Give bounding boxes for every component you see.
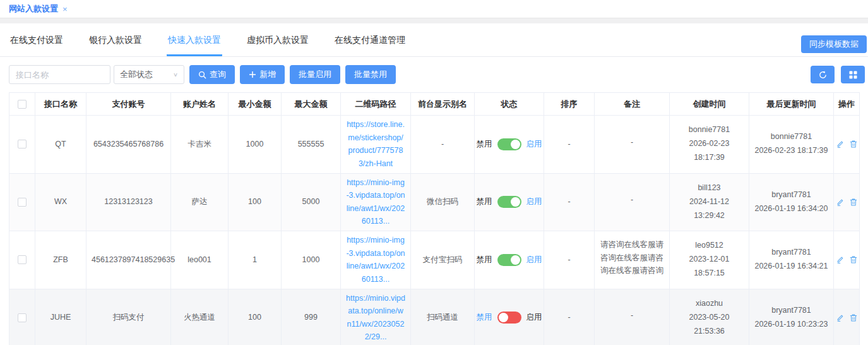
disable-label: 禁用 <box>477 253 492 267</box>
updated-by: bryant7781 <box>754 304 828 318</box>
tab-crypto-deposit-settings[interactable]: 虚拟币入款设置 <box>246 35 310 56</box>
qr-path-cell: https://store.line.me/stickershop/produc… <box>341 116 411 174</box>
created-at: 2026-02-23 18:17:39 <box>675 137 744 165</box>
page-tag[interactable]: 网站入款设置 × <box>9 3 68 15</box>
table-row: WX12313123123萨达1005000https://minio-img-… <box>9 173 860 231</box>
updated-by: bonnie7781 <box>754 130 828 144</box>
status-toggle[interactable] <box>497 138 521 150</box>
delete-icon[interactable] <box>849 313 858 322</box>
min-amount-cell: 100 <box>229 289 282 345</box>
column-settings-button[interactable] <box>841 66 865 83</box>
remark-text: - <box>631 193 633 207</box>
updated-by: bryant7781 <box>754 246 828 260</box>
delete-icon[interactable] <box>849 198 858 207</box>
batch-enable-label: 批量启用 <box>299 69 331 80</box>
delete-icon[interactable] <box>849 255 858 264</box>
remark-cell: - <box>595 116 670 174</box>
enable-label: 启用 <box>526 195 542 209</box>
qr-path-link[interactable]: https://store.line.me/stickershop/produc… <box>346 118 405 171</box>
tab-online-pay-settings[interactable]: 在线支付设置 <box>9 35 64 56</box>
qr-path-link[interactable]: https://minio-img-3.vipdata.top/online/a… <box>346 176 405 229</box>
row-checkbox[interactable] <box>18 198 27 207</box>
created-cell: bill1232024-11-12 13:29:42 <box>670 173 749 231</box>
status-cell: 禁用启用 <box>480 311 538 324</box>
interface-name-input[interactable] <box>9 65 110 84</box>
chevron-down-icon: ∨ <box>173 71 178 78</box>
interface-name-cell: QT <box>35 116 86 174</box>
updated-cell: bryant77812026-01-19 16:34:20 <box>749 173 834 231</box>
status-toggle[interactable] <box>497 196 521 208</box>
qr-path-link[interactable]: https://minio.vipdata.top/online/wn11/wx… <box>346 292 405 344</box>
disable-label: 禁用 <box>477 195 492 209</box>
front-alias-cell: - <box>411 116 475 174</box>
interface-name-cell: JUHE <box>35 289 86 345</box>
edit-icon[interactable] <box>836 140 845 148</box>
background-band <box>0 18 868 23</box>
updated-cell: bryant77812026-01-19 10:23:23 <box>749 289 834 345</box>
actions-cell <box>834 116 860 174</box>
created-cell: bonnie77812026-02-23 18:17:39 <box>670 116 749 174</box>
pay-account-cell: 12313123123 <box>86 173 171 231</box>
status-toggle[interactable] <box>497 254 521 266</box>
pay-account-cell: 扫码支付 <box>86 289 171 345</box>
select-all-checkbox[interactable] <box>18 100 27 109</box>
qr-path-link[interactable]: https://minio-img-3.vipdata.top/online/a… <box>346 234 405 286</box>
qr-path-cell: https://minio-img-3.vipdata.top/online/a… <box>341 231 411 289</box>
delete-icon[interactable] <box>849 140 858 148</box>
status-select[interactable]: 全部状态 ∨ <box>114 65 184 84</box>
status-toggle[interactable] <box>497 312 521 324</box>
tabs-row: 在线支付设置 银行入款设置 快速入款设置 虚拟币入款设置 在线支付通道管理 同步… <box>0 23 868 57</box>
disable-label: 禁用 <box>477 138 492 151</box>
col-min-amount: 最小金额 <box>229 93 282 116</box>
front-alias-cell: 扫码通道 <box>411 289 475 345</box>
close-icon[interactable]: × <box>62 4 68 14</box>
max-amount-cell: 5000 <box>282 173 341 231</box>
min-amount-cell: 1 <box>229 231 282 289</box>
page-tag-bar: 网站入款设置 × <box>0 0 868 18</box>
status-cell-wrap: 禁用启用 <box>475 116 544 174</box>
tab-online-pay-channel-mgmt[interactable]: 在线支付通道管理 <box>333 35 407 56</box>
batch-enable-button[interactable]: 批量启用 <box>290 65 340 84</box>
row-checkbox[interactable] <box>18 313 27 322</box>
row-checkbox[interactable] <box>18 255 27 264</box>
max-amount-cell: 999 <box>282 289 341 345</box>
tab-quick-deposit-settings[interactable]: 快速入款设置 <box>167 35 222 56</box>
status-cell: 禁用启用 <box>480 195 538 209</box>
payment-table: 接口名称 支付账号 账户姓名 最小金额 最大金额 二维码路径 前台显示别名 状态… <box>9 92 859 345</box>
col-updated: 最后更新时间 <box>749 93 834 116</box>
updated-by: bryant7781 <box>754 188 828 202</box>
table-body: QT6543235465768786卡吉米1000555555https://s… <box>9 116 860 345</box>
edit-icon[interactable] <box>836 313 845 322</box>
table-row: JUHE扫码支付火热通道100999https://minio.vipdata.… <box>9 289 860 345</box>
table-row: ZFB4561237897418529635leo00111000https:/… <box>9 231 860 289</box>
batch-disable-button[interactable]: 批量禁用 <box>345 65 396 84</box>
updated-cell: bonnie77812026-02-23 18:17:39 <box>749 116 834 174</box>
search-icon <box>198 71 206 79</box>
sync-template-data-button[interactable]: 同步模板数据 <box>801 35 867 53</box>
tab-bank-deposit-settings[interactable]: 银行入款设置 <box>88 35 143 56</box>
sort-cell: - <box>544 231 595 289</box>
updated-at: 2026-02-23 18:17:39 <box>754 144 828 158</box>
updated-at: 2026-01-19 16:34:20 <box>754 202 828 216</box>
col-max-amount: 最大金额 <box>282 93 341 116</box>
search-button[interactable]: 查询 <box>189 65 235 84</box>
sort-cell: - <box>544 289 595 345</box>
account-name-cell: 卡吉米 <box>171 116 229 174</box>
remark-text: 请咨询在线客服请咨询在线客服请咨询在线客服请咨询在线... <box>600 238 664 277</box>
status-cell-wrap: 禁用启用 <box>475 289 544 345</box>
account-name-cell: 萨达 <box>171 173 229 231</box>
created-by: xiaozhu <box>675 297 744 311</box>
filter-row: 全部状态 ∨ 查询 新增 批量启用 批量禁用 <box>0 57 868 92</box>
created-at: 2023-12-01 18:57:15 <box>675 253 744 281</box>
row-checkbox[interactable] <box>18 140 27 148</box>
remark-cell: 请咨询在线客服请咨询在线客服请咨询在线客服请咨询在线... <box>595 231 670 289</box>
enable-label: 启用 <box>526 253 542 267</box>
edit-icon[interactable] <box>836 198 845 207</box>
col-actions: 操作 <box>834 93 860 116</box>
qr-path-cell: https://minio-img-3.vipdata.top/online/a… <box>341 173 411 231</box>
add-button[interactable]: 新增 <box>240 65 285 84</box>
edit-icon[interactable] <box>836 255 845 264</box>
refresh-button[interactable] <box>811 66 835 83</box>
remark-cell: - <box>595 173 670 231</box>
remark-text: - <box>631 136 633 149</box>
